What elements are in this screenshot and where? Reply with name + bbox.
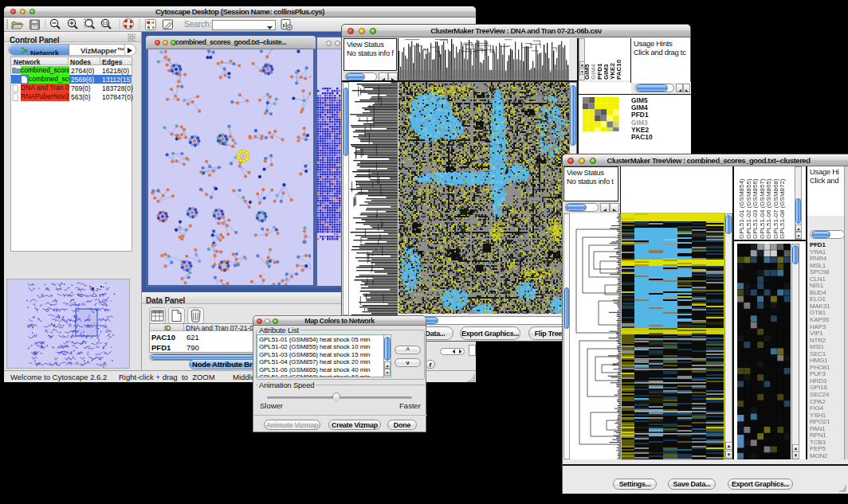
svg-text:1:1: 1:1 <box>102 21 108 25</box>
